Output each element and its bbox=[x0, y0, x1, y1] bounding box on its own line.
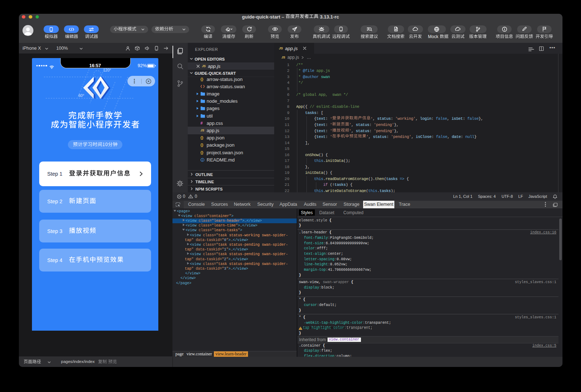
svg-text:120°: 120° bbox=[103, 68, 111, 72]
